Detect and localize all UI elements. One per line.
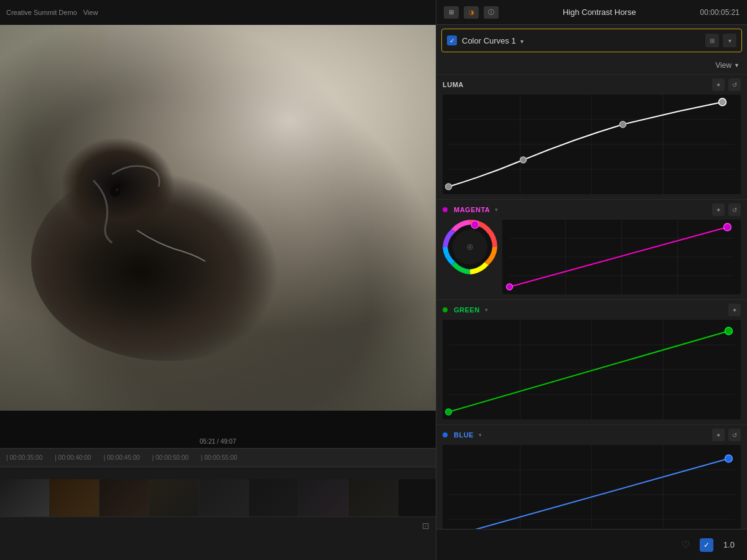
blue-curve-graph[interactable] — [443, 445, 741, 529]
view-chevron: ▼ — [734, 62, 740, 68]
panel-header-bar: ⊞ ◑ ⓘ High Contrast Horse 00:00:05:21 — [436, 0, 747, 25]
green-curve-graph[interactable] — [443, 320, 741, 419]
fit-screen-icon[interactable]: ⊡ — [422, 521, 430, 531]
blue-dot — [443, 432, 448, 437]
blue-label-row: BLUE ▾ ✦ ↺ — [436, 425, 747, 445]
color-icon-btn[interactable]: ◑ — [464, 6, 479, 19]
timecode-display5: | 00:00:55:00 — [201, 454, 237, 461]
screen-icon-btn[interactable]: ⊞ — [705, 34, 719, 47]
luma-reset[interactable]: ↺ — [728, 78, 741, 91]
grid-icon-btn[interactable]: ⊞ — [444, 6, 459, 19]
blue-reset[interactable]: ↺ — [728, 429, 741, 441]
effect-name-label: Color Curves 1 ▾ — [462, 36, 700, 45]
blue-tools: ✦ ↺ — [712, 429, 741, 441]
timecode-display2: | 00:00:40:00 — [55, 454, 91, 461]
timeline-bar: | 00:00:35:00 | 00:00:40:00 | 00:00:45:0… — [0, 448, 436, 467]
timeline-track[interactable]: RED Windsor Forest Canon RAW... Canon RA… — [0, 467, 436, 516]
luma-label: LUMA — [443, 81, 464, 88]
svg-point-34 — [446, 409, 452, 415]
magenta-tools: ✦ ↺ — [712, 203, 741, 216]
thumbnail-strip — [0, 479, 436, 516]
luma-label-row: LUMA ✦ ↺ — [436, 75, 747, 95]
green-label-row: GREEN ▾ ✦ — [436, 300, 747, 320]
svg-point-26 — [507, 284, 513, 290]
timecode-overlay: 05:21 / 49:07 — [200, 438, 236, 445]
magenta-reset[interactable]: ↺ — [728, 203, 741, 216]
effect-enable-checkbox[interactable]: ✓ — [447, 35, 457, 45]
magenta-eyedropper[interactable]: ✦ — [712, 203, 725, 216]
enable-checkbox[interactable]: ✓ — [700, 538, 713, 552]
blue-label: BLUE — [454, 431, 474, 439]
svg-point-35 — [725, 327, 733, 335]
color-wheel-svg[interactable] — [443, 220, 497, 274]
svg-point-13 — [620, 121, 626, 128]
effect-dropdown-arrow[interactable]: ▾ — [520, 38, 524, 45]
luma-tools: ✦ ↺ — [712, 78, 741, 91]
svg-point-18 — [469, 246, 471, 248]
bottom-footer: ♡ ✓ 1.0 — [436, 529, 747, 560]
horse-svg — [0, 25, 436, 411]
svg-point-19 — [471, 221, 479, 228]
timeline-footer: ⊡ — [0, 516, 436, 534]
blue-chevron[interactable]: ▾ — [479, 432, 482, 438]
svg-point-27 — [724, 223, 731, 231]
magenta-curve-svg — [502, 220, 741, 294]
timecode-display3: | 00:00:45:00 — [103, 454, 139, 461]
green-chevron[interactable]: ▾ — [485, 307, 488, 313]
green-eyedropper[interactable]: ✦ — [728, 304, 741, 316]
svg-point-12 — [520, 157, 527, 163]
luma-eyedropper[interactable]: ✦ — [712, 78, 725, 91]
green-dot — [443, 307, 448, 312]
green-curve-svg — [443, 320, 741, 419]
view-button[interactable]: View ▼ — [715, 61, 740, 70]
dropdown-icon-btn[interactable]: ▾ — [723, 34, 736, 47]
video-panel: Creative Summit Demo View — [0, 0, 436, 560]
svg-point-11 — [446, 184, 452, 190]
top-bar: Creative Summit Demo View — [0, 0, 436, 25]
check-icon: ✓ — [703, 541, 710, 549]
app-label: Creative Summit Demo — [6, 9, 77, 16]
luma-curve-svg — [443, 95, 741, 194]
green-tools: ✦ — [728, 304, 741, 316]
favorite-icon[interactable]: ♡ — [681, 539, 690, 551]
blue-eyedropper[interactable]: ✦ — [712, 429, 725, 441]
effect-name-text: Color Curves 1 — [462, 36, 516, 45]
timecode-display4: | 00:00:50:00 — [153, 454, 189, 461]
green-section: GREEN ▾ ✦ — [436, 300, 747, 425]
view-menu[interactable]: View — [83, 9, 98, 16]
color-panel: ⊞ ◑ ⓘ High Contrast Horse 00:00:05:21 ✓ … — [436, 0, 747, 560]
color-wheel-container — [443, 220, 497, 274]
curves-container[interactable]: LUMA ✦ ↺ — [436, 75, 747, 529]
timeline-area: | 00:00:35:00 | 00:00:40:00 | 00:00:45:0… — [0, 448, 436, 560]
magenta-content — [443, 220, 741, 294]
header-left-controls: ⊞ ◑ ⓘ — [444, 6, 499, 19]
effect-name-bar: ✓ Color Curves 1 ▾ ⊞ ▾ — [441, 29, 742, 52]
blue-section: BLUE ▾ ✦ ↺ — [436, 425, 747, 529]
svg-point-14 — [719, 98, 726, 106]
view-bar: View ▼ — [436, 56, 747, 75]
svg-point-3 — [110, 187, 120, 197]
magenta-curve-graph[interactable] — [502, 220, 741, 294]
panel-title: High Contrast Horse — [563, 7, 636, 17]
svg-point-43 — [725, 455, 733, 462]
magenta-label: MAGENTA — [454, 206, 490, 213]
magenta-dot — [443, 207, 448, 212]
luma-section: LUMA ✦ ↺ — [436, 75, 747, 200]
timecode-display: | 00:00:35:00 — [6, 454, 42, 461]
svg-point-4 — [116, 189, 118, 191]
magenta-chevron[interactable]: ▾ — [495, 207, 498, 213]
header-timecode: 00:00:05:21 — [700, 8, 740, 17]
svg-point-2 — [50, 131, 212, 268]
blue-curve-svg — [443, 445, 741, 529]
video-preview — [0, 25, 436, 411]
view-label: View — [715, 61, 731, 70]
mix-value: 1.0 — [723, 540, 735, 549]
magenta-section: MAGENTA ▾ ✦ ↺ — [436, 200, 747, 300]
checkmark-icon: ✓ — [449, 37, 454, 44]
green-label: GREEN — [454, 306, 480, 314]
luma-curve-graph[interactable] — [443, 95, 741, 194]
info-icon-btn[interactable]: ⓘ — [484, 6, 499, 19]
effect-icons: ⊞ ▾ — [705, 34, 736, 47]
magenta-label-row: MAGENTA ▾ ✦ ↺ — [436, 200, 747, 220]
